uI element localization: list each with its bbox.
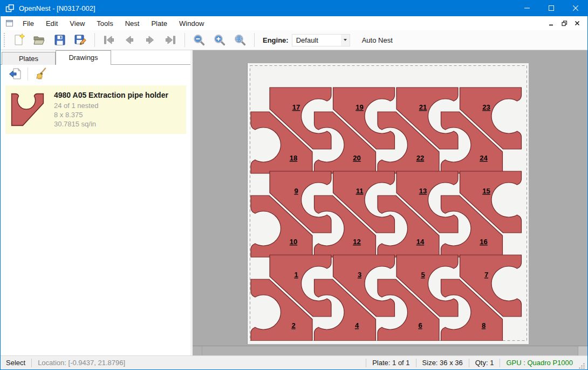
window-title: OpenNest - [N0317-002]	[19, 4, 95, 12]
part-thumbnail	[10, 91, 45, 128]
toolbar-grip[interactable]	[4, 33, 5, 47]
mdi-minimize-button[interactable]	[545, 17, 557, 29]
engine-label: Engine:	[263, 36, 289, 44]
menubar: File Edit View Tools Nest Plate Window	[1, 16, 587, 30]
zoom-in-icon[interactable]	[211, 32, 228, 48]
status-separator	[469, 359, 469, 367]
nested-part[interactable]	[460, 171, 522, 233]
minimize-button[interactable]	[515, 0, 539, 16]
main-toolbar: Engine: Default Auto Nest	[1, 30, 587, 50]
drawing-dimensions: 8 x 8.375	[54, 110, 182, 119]
main-area: Plates Drawings	[1, 50, 587, 355]
part-number-label: 14	[416, 238, 425, 246]
part-number-label: 16	[480, 238, 487, 246]
go-last-icon[interactable]	[162, 32, 179, 48]
maximize-button[interactable]	[539, 0, 563, 16]
open-file-icon[interactable]	[31, 32, 48, 48]
menu-window[interactable]: Window	[173, 17, 210, 30]
engine-value: Default	[292, 36, 341, 44]
part-number-label: 17	[292, 103, 300, 111]
status-separator	[31, 359, 32, 367]
part-number-label: 12	[353, 238, 360, 246]
engine-combobox[interactable]: Default	[292, 34, 350, 46]
part-number-label: 4	[355, 321, 359, 329]
nested-part[interactable]	[251, 279, 312, 341]
import-drawing-icon[interactable]	[7, 66, 23, 82]
auto-nest-button[interactable]: Auto Nest	[358, 33, 397, 47]
part-number-label: 21	[419, 103, 427, 111]
menu-edit[interactable]: Edit	[40, 17, 64, 30]
app-icon[interactable]	[5, 4, 15, 13]
engine-dropdown-button[interactable]	[341, 35, 350, 46]
status-separator	[366, 359, 366, 367]
toolbar-separator	[28, 68, 28, 80]
part-number-label: 8	[482, 321, 486, 329]
mdi-document-icon[interactable]	[5, 19, 13, 27]
drawing-list-item[interactable]: 4980 A05 Extraction pipe holder 24 of 1 …	[5, 85, 186, 134]
chevron-down-icon	[344, 39, 347, 41]
go-first-icon[interactable]	[100, 32, 118, 48]
part-number-label: 7	[484, 271, 488, 279]
zoom-fit-icon[interactable]	[231, 32, 249, 48]
part-number-label: 15	[482, 187, 490, 195]
status-qty: Qty: 1	[475, 359, 494, 367]
part-shape	[12, 94, 44, 126]
drawings-toolbar	[1, 65, 190, 83]
status-location: Location: [-0.9437, 21.8796]	[38, 359, 125, 367]
toolbar-separator	[94, 33, 95, 47]
nest-canvas[interactable]: 171921231820222491113151012141613572468	[193, 50, 587, 355]
go-next-icon[interactable]	[141, 32, 159, 48]
save-as-icon[interactable]	[72, 32, 89, 48]
new-file-icon[interactable]	[10, 32, 28, 48]
part-number-label: 3	[358, 271, 361, 279]
toolbar-separator	[184, 33, 185, 47]
save-file-icon[interactable]	[51, 32, 69, 48]
scrollbar-left-segment[interactable]	[193, 346, 202, 355]
tab-drawings[interactable]: Drawings	[56, 50, 111, 65]
clear-drawings-broom-icon[interactable]	[32, 66, 49, 82]
part-number-label: 11	[356, 187, 364, 195]
part-number-label: 10	[290, 238, 297, 246]
nested-part[interactable]	[460, 88, 522, 149]
go-previous-icon[interactable]	[121, 32, 138, 48]
status-size: Size: 36 x 36	[422, 359, 463, 367]
part-number-label: 20	[353, 154, 360, 162]
statusbar: Select Location: [-0.9437, 21.8796] Plat…	[1, 355, 587, 369]
nested-part[interactable]	[460, 255, 522, 317]
nested-part[interactable]	[251, 112, 312, 173]
drawing-title: 4980 A05 Extraction pipe holder	[54, 91, 182, 99]
status-gpu: GPU : Quadro P1000	[506, 359, 573, 367]
nested-part[interactable]	[251, 196, 312, 257]
status-plate: Plate: 1 of 1	[372, 359, 409, 367]
tab-strip: Plates Drawings	[1, 50, 190, 65]
part-number-label: 22	[416, 154, 424, 162]
mdi-restore-button[interactable]	[558, 17, 570, 29]
part-number-label: 13	[419, 187, 427, 195]
horizontal-scrollbar[interactable]	[193, 346, 587, 355]
part-number-label: 19	[355, 103, 363, 111]
menu-plate[interactable]: Plate	[145, 17, 173, 30]
part-number-label: 2	[291, 321, 295, 329]
part-number-label: 24	[480, 154, 488, 162]
part-number-label: 5	[421, 271, 425, 279]
close-button[interactable]	[563, 0, 587, 16]
part-number-label: 1	[294, 271, 298, 279]
tab-plates[interactable]: Plates	[2, 52, 56, 65]
left-panel: Plates Drawings	[1, 50, 190, 355]
drawing-nested-count: 24 of 1 nested	[54, 101, 182, 110]
resize-grip-icon[interactable]	[578, 362, 585, 369]
part-number-label: 9	[294, 187, 298, 195]
menu-view[interactable]: View	[64, 17, 91, 30]
menu-nest[interactable]: Nest	[119, 17, 146, 30]
app-window: OpenNest - [N0317-002] File Edit View To…	[0, 0, 588, 370]
part-number-label: 18	[290, 154, 297, 162]
zoom-out-icon[interactable]	[190, 32, 208, 48]
mdi-close-button[interactable]	[571, 17, 583, 29]
menu-tools[interactable]: Tools	[91, 17, 119, 30]
plate-sheet[interactable]: 171921231820222491113151012141613572468	[247, 63, 529, 344]
menu-file[interactable]: File	[17, 17, 40, 30]
part-number-label: 6	[418, 321, 422, 329]
toolbar-separator	[254, 33, 255, 47]
status-mode: Select	[6, 359, 25, 367]
drawings-panel: 4980 A05 Extraction pipe holder 24 of 1 …	[1, 65, 190, 355]
